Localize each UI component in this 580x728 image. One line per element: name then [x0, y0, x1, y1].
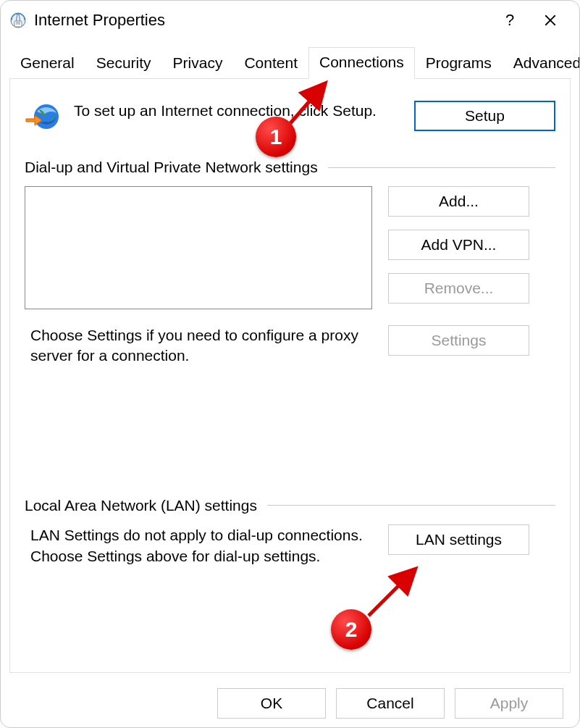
ok-button[interactable]: OK	[217, 688, 326, 719]
internet-options-icon	[9, 12, 27, 29]
lan-heading: Local Area Network (LAN) settings	[25, 497, 257, 514]
globe-arrow-icon	[25, 101, 61, 137]
tab-programs[interactable]: Programs	[415, 48, 503, 79]
tab-content-panel: To set up an Internet connection, click …	[9, 79, 571, 673]
close-button[interactable]	[530, 7, 571, 33]
divider	[328, 167, 555, 168]
tab-privacy[interactable]: Privacy	[162, 48, 234, 79]
lan-hint-text: LAN Settings do not apply to dial-up con…	[25, 524, 372, 567]
cancel-button[interactable]: Cancel	[336, 688, 445, 719]
dialup-settings-button: Settings	[388, 325, 529, 356]
add-button[interactable]: Add...	[388, 186, 529, 217]
lan-settings-button[interactable]: LAN settings	[388, 524, 529, 555]
tab-connections[interactable]: Connections	[308, 47, 415, 79]
lan-group: Local Area Network (LAN) settings LAN Se…	[25, 497, 555, 567]
close-icon	[544, 14, 557, 27]
setup-button[interactable]: Setup	[414, 101, 555, 131]
setup-row: To set up an Internet connection, click …	[25, 101, 555, 137]
setup-text: To set up an Internet connection, click …	[74, 101, 401, 121]
internet-properties-window: Internet Properties ? General Security P…	[0, 0, 580, 728]
apply-button: Apply	[455, 688, 563, 719]
help-button[interactable]: ?	[489, 7, 530, 33]
tab-advanced[interactable]: Advanced	[503, 48, 580, 79]
tab-security[interactable]: Security	[85, 48, 162, 79]
remove-button: Remove...	[388, 273, 529, 304]
tab-content[interactable]: Content	[233, 48, 308, 79]
dialup-heading: Dial-up and Virtual Private Network sett…	[25, 159, 318, 176]
tab-general[interactable]: General	[9, 48, 85, 79]
window-title: Internet Properties	[34, 11, 489, 30]
add-vpn-button[interactable]: Add VPN...	[388, 230, 529, 260]
titlebar: Internet Properties ?	[1, 1, 579, 40]
proxy-hint-text: Choose Settings if you need to configure…	[25, 325, 372, 367]
divider	[267, 505, 555, 506]
dialup-group: Dial-up and Virtual Private Network sett…	[25, 159, 555, 367]
connections-listbox[interactable]	[25, 186, 372, 309]
dialog-footer: OK Cancel Apply	[217, 688, 563, 719]
tab-strip: General Security Privacy Content Connect…	[1, 40, 579, 79]
